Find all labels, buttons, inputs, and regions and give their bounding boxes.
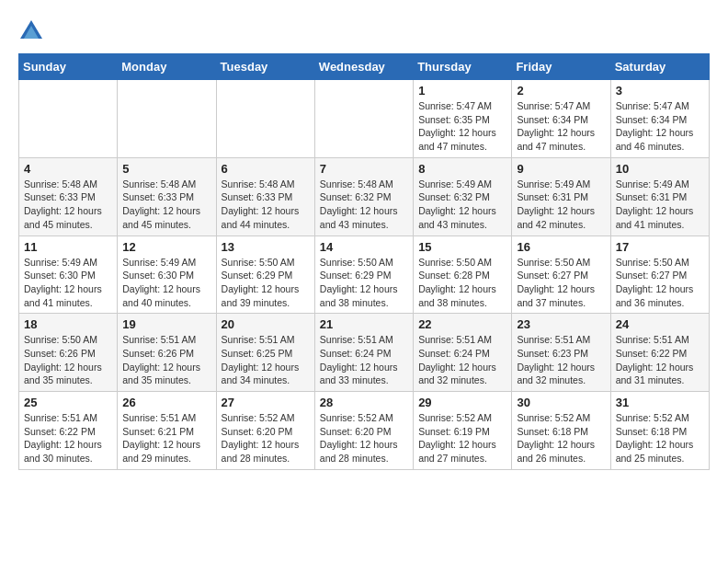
calendar-cell: 8Sunrise: 5:49 AM Sunset: 6:32 PM Daylig… <box>414 157 512 236</box>
calendar-cell <box>314 80 413 158</box>
day-info: Sunrise: 5:52 AM Sunset: 6:18 PM Dayligh… <box>616 411 704 465</box>
weekday-header-friday: Friday <box>512 54 610 80</box>
day-info: Sunrise: 5:50 AM Sunset: 6:28 PM Dayligh… <box>418 256 506 310</box>
day-number: 13 <box>222 240 310 254</box>
calendar-cell: 10Sunrise: 5:49 AM Sunset: 6:31 PM Dayli… <box>610 157 709 236</box>
calendar-cell: 14Sunrise: 5:50 AM Sunset: 6:29 PM Dayli… <box>314 236 413 314</box>
day-number: 2 <box>517 84 605 98</box>
day-number: 31 <box>616 396 704 409</box>
day-number: 27 <box>222 396 310 409</box>
calendar-cell: 25Sunrise: 5:51 AM Sunset: 6:22 PM Dayli… <box>19 392 118 470</box>
weekday-header-monday: Monday <box>118 54 216 80</box>
calendar-cell: 29Sunrise: 5:52 AM Sunset: 6:19 PM Dayli… <box>414 392 512 470</box>
day-info: Sunrise: 5:48 AM Sunset: 6:33 PM Dayligh… <box>24 178 112 232</box>
calendar-week-row: 1Sunrise: 5:47 AM Sunset: 6:35 PM Daylig… <box>19 80 710 158</box>
calendar-cell: 15Sunrise: 5:50 AM Sunset: 6:28 PM Dayli… <box>414 236 512 314</box>
logo <box>18 18 48 44</box>
day-number: 30 <box>517 396 605 409</box>
day-number: 16 <box>517 240 605 254</box>
calendar-cell: 30Sunrise: 5:52 AM Sunset: 6:18 PM Dayli… <box>512 392 610 470</box>
day-number: 7 <box>320 162 408 176</box>
day-info: Sunrise: 5:51 AM Sunset: 6:22 PM Dayligh… <box>24 411 112 465</box>
day-number: 14 <box>320 240 408 254</box>
day-info: Sunrise: 5:50 AM Sunset: 6:26 PM Dayligh… <box>24 333 112 387</box>
day-number: 20 <box>222 317 310 331</box>
calendar-cell <box>118 80 216 158</box>
calendar-cell: 28Sunrise: 5:52 AM Sunset: 6:20 PM Dayli… <box>314 392 413 470</box>
calendar-cell: 26Sunrise: 5:51 AM Sunset: 6:21 PM Dayli… <box>118 392 216 470</box>
calendar-cell: 6Sunrise: 5:48 AM Sunset: 6:33 PM Daylig… <box>216 157 314 236</box>
page-header <box>18 18 710 44</box>
calendar-cell: 22Sunrise: 5:51 AM Sunset: 6:24 PM Dayli… <box>414 314 512 392</box>
day-info: Sunrise: 5:50 AM Sunset: 6:27 PM Dayligh… <box>517 256 605 310</box>
calendar-cell: 19Sunrise: 5:51 AM Sunset: 6:26 PM Dayli… <box>118 314 216 392</box>
day-info: Sunrise: 5:50 AM Sunset: 6:29 PM Dayligh… <box>222 256 310 310</box>
day-number: 1 <box>418 84 506 98</box>
day-number: 18 <box>24 317 112 331</box>
weekday-header-thursday: Thursday <box>414 54 512 80</box>
day-info: Sunrise: 5:47 AM Sunset: 6:34 PM Dayligh… <box>517 99 605 154</box>
day-info: Sunrise: 5:49 AM Sunset: 6:32 PM Dayligh… <box>418 178 506 232</box>
day-number: 29 <box>418 396 506 409</box>
calendar-cell: 11Sunrise: 5:49 AM Sunset: 6:30 PM Dayli… <box>19 236 118 314</box>
day-number: 10 <box>616 162 704 176</box>
calendar-cell: 13Sunrise: 5:50 AM Sunset: 6:29 PM Dayli… <box>216 236 314 314</box>
day-number: 24 <box>616 317 704 331</box>
calendar-table: SundayMondayTuesdayWednesdayThursdayFrid… <box>18 53 710 470</box>
day-info: Sunrise: 5:51 AM Sunset: 6:26 PM Dayligh… <box>122 333 210 387</box>
day-info: Sunrise: 5:50 AM Sunset: 6:29 PM Dayligh… <box>320 256 408 310</box>
day-info: Sunrise: 5:49 AM Sunset: 6:31 PM Dayligh… <box>517 178 605 232</box>
day-info: Sunrise: 5:50 AM Sunset: 6:27 PM Dayligh… <box>616 256 704 310</box>
calendar-cell: 31Sunrise: 5:52 AM Sunset: 6:18 PM Dayli… <box>610 392 709 470</box>
calendar-week-row: 25Sunrise: 5:51 AM Sunset: 6:22 PM Dayli… <box>19 392 710 470</box>
day-info: Sunrise: 5:51 AM Sunset: 6:22 PM Dayligh… <box>616 333 704 387</box>
day-info: Sunrise: 5:52 AM Sunset: 6:20 PM Dayligh… <box>320 411 408 465</box>
day-number: 21 <box>320 317 408 331</box>
day-number: 23 <box>517 317 605 331</box>
weekday-header-row: SundayMondayTuesdayWednesdayThursdayFrid… <box>19 54 710 80</box>
day-number: 25 <box>24 396 112 409</box>
day-info: Sunrise: 5:52 AM Sunset: 6:18 PM Dayligh… <box>517 411 605 465</box>
weekday-header-wednesday: Wednesday <box>314 54 413 80</box>
day-info: Sunrise: 5:51 AM Sunset: 6:24 PM Dayligh… <box>320 333 408 387</box>
day-number: 4 <box>24 162 112 176</box>
calendar-cell: 20Sunrise: 5:51 AM Sunset: 6:25 PM Dayli… <box>216 314 314 392</box>
calendar-week-row: 4Sunrise: 5:48 AM Sunset: 6:33 PM Daylig… <box>19 157 710 236</box>
calendar-cell: 1Sunrise: 5:47 AM Sunset: 6:35 PM Daylig… <box>414 80 512 158</box>
calendar-cell: 9Sunrise: 5:49 AM Sunset: 6:31 PM Daylig… <box>512 157 610 236</box>
day-number: 9 <box>517 162 605 176</box>
day-number: 3 <box>616 84 704 98</box>
calendar-cell: 24Sunrise: 5:51 AM Sunset: 6:22 PM Dayli… <box>610 314 709 392</box>
day-info: Sunrise: 5:48 AM Sunset: 6:33 PM Dayligh… <box>122 178 210 232</box>
weekday-header-tuesday: Tuesday <box>216 54 314 80</box>
calendar-cell: 5Sunrise: 5:48 AM Sunset: 6:33 PM Daylig… <box>118 157 216 236</box>
logo-icon <box>18 18 44 44</box>
day-info: Sunrise: 5:49 AM Sunset: 6:31 PM Dayligh… <box>616 178 704 232</box>
calendar-cell: 17Sunrise: 5:50 AM Sunset: 6:27 PM Dayli… <box>610 236 709 314</box>
calendar-cell: 23Sunrise: 5:51 AM Sunset: 6:23 PM Dayli… <box>512 314 610 392</box>
day-number: 17 <box>616 240 704 254</box>
calendar-cell: 12Sunrise: 5:49 AM Sunset: 6:30 PM Dayli… <box>118 236 216 314</box>
day-info: Sunrise: 5:47 AM Sunset: 6:34 PM Dayligh… <box>616 99 704 154</box>
day-info: Sunrise: 5:52 AM Sunset: 6:19 PM Dayligh… <box>418 411 506 465</box>
calendar-cell: 18Sunrise: 5:50 AM Sunset: 6:26 PM Dayli… <box>19 314 118 392</box>
calendar-cell: 27Sunrise: 5:52 AM Sunset: 6:20 PM Dayli… <box>216 392 314 470</box>
weekday-header-saturday: Saturday <box>610 54 709 80</box>
day-number: 26 <box>122 396 210 409</box>
day-number: 19 <box>122 317 210 331</box>
calendar-cell: 21Sunrise: 5:51 AM Sunset: 6:24 PM Dayli… <box>314 314 413 392</box>
day-number: 22 <box>418 317 506 331</box>
day-info: Sunrise: 5:51 AM Sunset: 6:23 PM Dayligh… <box>517 333 605 387</box>
day-number: 28 <box>320 396 408 409</box>
day-info: Sunrise: 5:51 AM Sunset: 6:21 PM Dayligh… <box>122 411 210 465</box>
day-number: 8 <box>418 162 506 176</box>
calendar-cell: 3Sunrise: 5:47 AM Sunset: 6:34 PM Daylig… <box>610 80 709 158</box>
calendar-cell: 16Sunrise: 5:50 AM Sunset: 6:27 PM Dayli… <box>512 236 610 314</box>
day-number: 15 <box>418 240 506 254</box>
weekday-header-sunday: Sunday <box>19 54 118 80</box>
day-info: Sunrise: 5:48 AM Sunset: 6:32 PM Dayligh… <box>320 178 408 232</box>
day-number: 5 <box>122 162 210 176</box>
day-number: 6 <box>222 162 310 176</box>
day-number: 12 <box>122 240 210 254</box>
day-info: Sunrise: 5:49 AM Sunset: 6:30 PM Dayligh… <box>122 256 210 310</box>
